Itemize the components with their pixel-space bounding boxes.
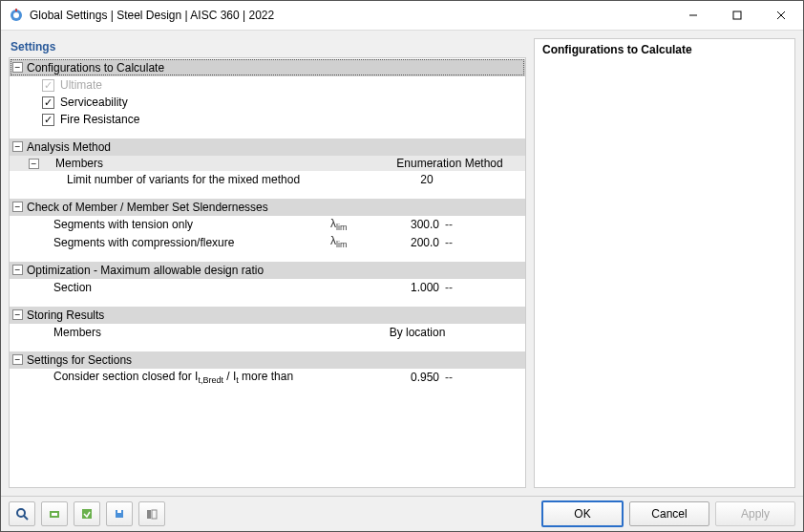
tool-button-5[interactable] <box>138 501 165 526</box>
storing-members-row[interactable]: Members By location <box>10 324 525 341</box>
group-slenderness[interactable]: − Check of Member / Member Set Slenderne… <box>10 198 525 216</box>
config-label: Ultimate <box>60 78 521 92</box>
maximize-button[interactable] <box>715 1 759 30</box>
row-value[interactable]: 300.0 <box>363 218 445 231</box>
window-title: Global Settings | Steel Design | AISC 36… <box>30 9 671 22</box>
tool-button-2[interactable] <box>41 501 68 526</box>
row-unit: -- <box>445 236 479 249</box>
row-unit: -- <box>445 371 479 384</box>
row-symbol: λlim <box>330 234 363 249</box>
row-label: Limit number of variants for the mixed m… <box>53 173 372 186</box>
apply-button: Apply <box>715 501 795 526</box>
close-button[interactable] <box>759 1 803 30</box>
enum-header: Enumeration Method <box>378 157 521 170</box>
config-ultimate-row: ✓ Ultimate <box>10 76 525 94</box>
settings-tree[interactable]: − Configurations to Calculate ✓ Ultimate… <box>9 57 526 488</box>
window-buttons <box>671 1 803 30</box>
checkbox-ultimate: ✓ <box>42 79 54 92</box>
analysis-limit-variants-row[interactable]: Limit number of variants for the mixed m… <box>10 171 525 188</box>
config-serviceability-row: ✓ Serviceability <box>10 94 525 111</box>
group-configurations[interactable]: − Configurations to Calculate <box>10 58 525 76</box>
svg-point-1 <box>13 12 19 18</box>
tool-button-3[interactable] <box>74 501 100 526</box>
tool-button-1[interactable] <box>9 501 35 526</box>
slender-compression-row[interactable]: Segments with compression/flexure λlim 2… <box>10 233 525 250</box>
content-area: Settings − Configurations to Calculate ✓… <box>1 31 803 496</box>
slender-tension-row[interactable]: Segments with tension only λlim 300.0 -- <box>10 216 525 233</box>
collapse-icon[interactable]: − <box>12 202 23 212</box>
titlebar: Global Settings | Steel Design | AISC 36… <box>1 1 803 31</box>
dialog-window: Global Settings | Steel Design | AISC 36… <box>0 0 804 532</box>
right-panel-title: Configurations to Calculate <box>542 43 787 56</box>
cancel-button[interactable]: Cancel <box>629 501 709 526</box>
group-label: Analysis Method <box>27 140 111 154</box>
group-storing-results[interactable]: − Storing Results <box>10 306 525 324</box>
svg-rect-13 <box>147 510 151 519</box>
collapse-icon[interactable]: − <box>12 354 23 365</box>
group-sections[interactable]: − Settings for Sections <box>10 351 525 369</box>
checkbox-fire-resistance[interactable]: ✓ <box>42 114 54 126</box>
row-value[interactable]: By location <box>363 326 472 339</box>
checkbox-serviceability[interactable]: ✓ <box>42 96 54 109</box>
optim-section-row[interactable]: Section 1.000 -- <box>10 279 525 296</box>
group-optimization[interactable]: − Optimization - Maximum allowable desig… <box>10 261 525 279</box>
collapse-icon[interactable]: − <box>12 141 23 152</box>
analysis-members-row: − Members Enumeration Method <box>10 156 525 171</box>
svg-rect-10 <box>52 513 57 516</box>
collapse-icon[interactable]: − <box>29 159 39 169</box>
right-panel: Configurations to Calculate <box>534 38 795 488</box>
left-panel: Settings − Configurations to Calculate ✓… <box>9 38 526 488</box>
minimize-button[interactable] <box>671 1 715 30</box>
group-label: Check of Member / Member Set Slenderness… <box>27 201 268 214</box>
group-label: Settings for Sections <box>27 353 132 367</box>
subgroup-label: Members <box>42 157 378 170</box>
tool-button-4[interactable] <box>106 501 133 526</box>
ok-button[interactable]: OK <box>541 500 624 527</box>
row-unit: -- <box>445 218 479 231</box>
group-label: Configurations to Calculate <box>27 61 164 74</box>
group-label: Optimization - Maximum allowable design … <box>27 264 264 277</box>
svg-rect-12 <box>117 510 121 513</box>
svg-rect-14 <box>152 510 157 519</box>
row-value[interactable]: 200.0 <box>363 236 445 249</box>
footer: OK Cancel Apply <box>1 496 803 531</box>
group-analysis-method[interactable]: − Analysis Method <box>10 138 525 156</box>
svg-rect-4 <box>733 11 741 19</box>
svg-point-7 <box>17 509 25 517</box>
settings-title: Settings <box>9 38 526 57</box>
row-value[interactable]: 1.000 <box>363 281 445 294</box>
row-value[interactable]: 20 <box>372 173 481 186</box>
row-label: Consider section closed for It,Bredt / I… <box>53 370 330 385</box>
config-label: Serviceability <box>60 96 521 109</box>
row-unit: -- <box>445 281 479 294</box>
collapse-icon[interactable]: − <box>12 309 23 320</box>
row-label: Section <box>53 281 330 294</box>
config-fire-row: ✓ Fire Resistance <box>10 111 525 128</box>
svg-line-8 <box>24 516 28 520</box>
collapse-icon[interactable]: − <box>12 62 23 73</box>
row-symbol: λlim <box>330 217 363 232</box>
row-label: Segments with tension only <box>53 218 330 231</box>
svg-rect-2 <box>15 9 17 11</box>
row-label: Members <box>53 326 330 339</box>
row-label: Segments with compression/flexure <box>53 236 330 249</box>
sections-closed-row[interactable]: Consider section closed for It,Bredt / I… <box>10 369 525 386</box>
row-value[interactable]: 0.950 <box>363 371 445 384</box>
group-label: Storing Results <box>27 309 104 322</box>
config-label: Fire Resistance <box>60 113 521 126</box>
app-icon <box>9 8 24 23</box>
collapse-icon[interactable]: − <box>12 265 23 275</box>
